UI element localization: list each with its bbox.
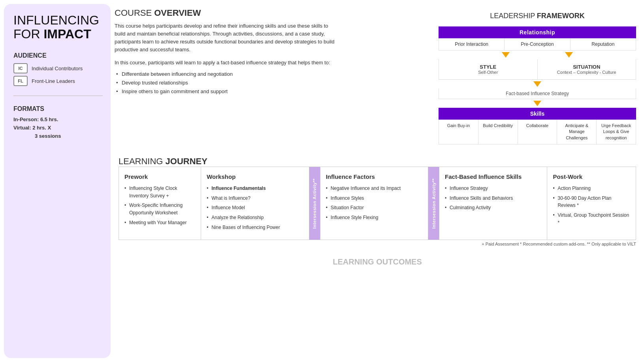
postwork-bullets: Action Planning 30-60-90 Day Action Plan… — [553, 185, 630, 226]
course-overview: COURSE OVERVIEW This course helps partic… — [115, 8, 429, 148]
style-sub: Self-Other — [442, 70, 534, 75]
situation-sub: Context – Complexity - Culture — [541, 70, 633, 75]
factbased-label: Fact-based Influence Strategy — [506, 91, 569, 96]
framework-bold: FRAMEWORK — [537, 12, 585, 20]
audience-item-ic: IC Individual Contributors — [13, 63, 103, 73]
learning-outcomes: LEARNING OUTCOMES — [115, 253, 640, 270]
arrows-row1 — [439, 51, 636, 59]
fl-badge: FL — [13, 76, 28, 86]
skill-buy-in: Gain Buy-in — [439, 120, 478, 144]
bullet-1: Differentiate between influencing and ne… — [116, 70, 429, 79]
virtual-value: 2 hrs. X — [32, 125, 51, 131]
ic-badge: IC — [13, 63, 28, 73]
skill-feedback: Urge Feedback Loops & Give recognition — [597, 120, 636, 144]
factskills-title: Fact-Based Influence Skills — [445, 173, 541, 180]
factbased-row: Fact-based Influence Strategy — [439, 88, 636, 99]
workshop-bullet-4: Nine Bases of Influencing Power — [207, 224, 303, 231]
footnote: + Paid Assessment * Recommended custom a… — [115, 240, 640, 248]
title-bold: IMPACT — [43, 27, 91, 41]
situation-cell: SITUATION Context – Complexity - Culture — [538, 59, 636, 79]
factors-bullet-3: Situation Factor — [326, 204, 422, 212]
factskills-section: Fact-Based Influence Skills Influence St… — [439, 167, 547, 240]
workshop-subtitle: Influence Fundamentals — [211, 186, 266, 191]
workshop-bullet-3: Analyze the Relationship — [207, 214, 303, 221]
postwork-bullet-2: 30-60-90 Day Action Plan Reviews * — [553, 195, 630, 209]
prework-section: Prework Influencing Style Clock Inventor… — [119, 167, 201, 240]
course-description: This course helps participants develop a… — [115, 22, 336, 54]
framework-diagram: Relationship Prior Interaction Pre-Conce… — [439, 26, 636, 144]
arrow-right — [565, 52, 573, 58]
intersession1-band: Intersession Activity** — [309, 167, 320, 240]
arrow-orange — [533, 81, 541, 87]
learning-journey-title: LEARNING JOURNEY — [115, 156, 640, 167]
divider — [13, 96, 103, 96]
format-sessions: 3 sessions — [13, 132, 103, 141]
lj-plain: LEARNING — [119, 156, 166, 166]
intersession1-label: Intersession Activity** — [312, 178, 317, 229]
factors-bullet-1: Negative Influence and its Impact — [326, 185, 422, 192]
postwork-bullet-3: Virtual, Group Touchpoint Session * — [553, 212, 630, 226]
skill-credibility: Build Credibility — [478, 120, 518, 144]
learning-journey-section: LEARNING JOURNEY Prework Influencing Sty… — [115, 154, 640, 248]
prework-bullet-3: Meeting with Your Manager — [124, 219, 195, 227]
factors-bullet-4: Influence Style Flexing — [326, 214, 422, 221]
style-cell: STYLE Self-Other — [439, 59, 538, 79]
intersession2-label: Intersession Activity** — [431, 178, 436, 229]
course-bullets: Differentiate between influencing and ne… — [115, 70, 429, 96]
postwork-bullet-1: Action Planning — [553, 185, 630, 192]
skills-row: Gain Buy-in Build Credibility Collaborat… — [439, 120, 636, 144]
format-virtual: Virtual: 2 hrs. X — [13, 124, 103, 132]
audience-items: IC Individual Contributors FL Front-Line… — [13, 63, 103, 86]
prework-bullet-1: Influencing Style Clock Inventory Survey… — [124, 185, 195, 199]
course-title: COURSE OVERVIEW — [115, 8, 429, 18]
framework-title: LEADERSHIP FRAMEWORK — [439, 12, 636, 20]
intersession2-band: Intersession Activity** — [428, 167, 439, 240]
skills-bar: Skills — [439, 108, 636, 120]
leadership-framework: LEADERSHIP FRAMEWORK Relationship Prior … — [435, 8, 640, 148]
factors-bullets: Negative Influence and its Impact Influe… — [326, 185, 422, 221]
arrow-to-skills — [533, 101, 541, 106]
style-label: STYLE — [442, 64, 534, 70]
relationship-bar: Relationship — [439, 26, 636, 38]
sidebar: INFLUENCING FOR IMPACT AUDIENCE IC Indiv… — [4, 4, 111, 358]
lj-bold: JOURNEY — [166, 156, 207, 166]
audience-section: AUDIENCE IC Individual Contributors FL F… — [13, 52, 103, 86]
prework-bullets: Influencing Style Clock Inventory Survey… — [124, 185, 195, 226]
inperson-label: In-Person: — [13, 116, 39, 122]
course-title-plain: COURSE — [115, 8, 154, 18]
factors-section: Influence Factors Negative Influence and… — [320, 167, 428, 240]
factskills-bullet-2: Influence Skills and Behaviors — [445, 195, 541, 202]
fl-label: Front-Line Leaders — [32, 78, 75, 84]
title-line2: FOR — [13, 27, 40, 41]
bullet-2: Develop trusted relationships — [116, 79, 429, 87]
skill-collaborate: Collaborate — [518, 120, 557, 144]
lo-bold: OUTCOMES — [376, 257, 422, 266]
skill-anticipate: Anticipate & Manage Challenges — [557, 120, 597, 144]
format-inperson: In-Person: 6.5 hrs. — [13, 116, 103, 124]
situation-label: SITUATION — [541, 64, 633, 70]
pre-conception-cell: Pre-Conception — [505, 38, 570, 50]
workshop-bullet-1: What is Influence? — [207, 195, 303, 202]
workshop-bullet-2: Influence Model — [207, 204, 303, 212]
ic-label: Individual Contributors — [32, 66, 83, 71]
title-line1: INFLUENCING — [13, 13, 99, 27]
workshop-bullets: Influence Fundamentals What is Influence… — [207, 185, 303, 231]
course-title-bold: OVERVIEW — [154, 8, 201, 18]
virtual-label: Virtual: — [13, 125, 31, 131]
prework-title: Prework — [124, 173, 195, 180]
arrow-orange-row — [439, 80, 636, 88]
factskills-bullet-3: Culminating Activity — [445, 204, 541, 212]
reputation-cell: Reputation — [571, 38, 636, 50]
workshop-section: Workshop Influence Fundamentals What is … — [201, 167, 309, 240]
factors-title: Influence Factors — [326, 173, 422, 180]
arrow-left — [502, 52, 510, 58]
page-root: INFLUENCING FOR IMPACT AUDIENCE IC Indiv… — [0, 0, 644, 362]
prework-bullet-2: Work-Specific Influencing Opportunity Wo… — [124, 202, 195, 216]
factors-bullet-2: Influence Styles — [326, 195, 422, 202]
bullet-3: Inspire others to gain commitment and su… — [116, 87, 429, 96]
formats-label: FORMATS — [13, 105, 103, 113]
audience-label: AUDIENCE — [13, 52, 103, 59]
relationship-row: Prior Interaction Pre-Conception Reputat… — [439, 38, 636, 51]
journey-container: Prework Influencing Style Clock Inventor… — [119, 167, 636, 240]
style-situation-row: STYLE Self-Other SITUATION Context – Com… — [439, 59, 636, 80]
